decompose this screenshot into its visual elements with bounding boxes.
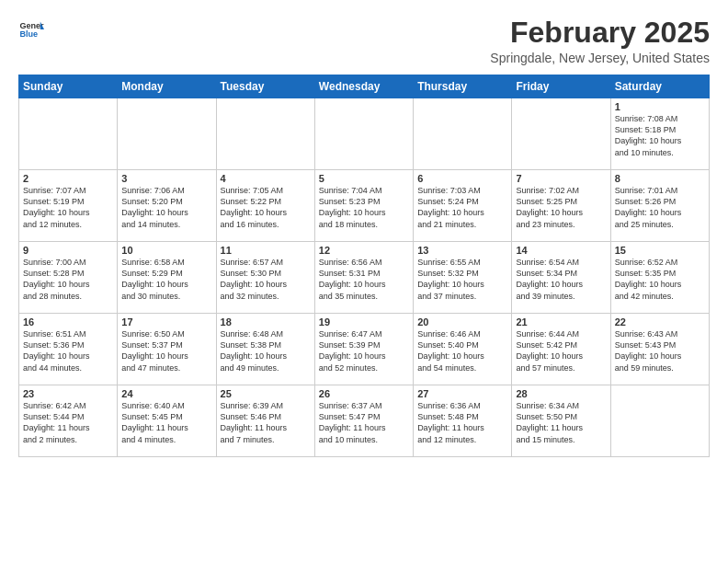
day-number: 10 — [121, 245, 211, 256]
cell-info: Sunrise: 7:01 AM Sunset: 5:26 PM Dayligh… — [615, 185, 705, 230]
cell-info: Sunrise: 6:43 AM Sunset: 5:43 PM Dayligh… — [615, 328, 705, 373]
cell-w3-d0: 16Sunrise: 6:51 AM Sunset: 5:36 PM Dayli… — [19, 314, 118, 385]
col-sunday: Sunday — [19, 75, 118, 98]
cell-info: Sunrise: 6:52 AM Sunset: 5:35 PM Dayligh… — [615, 257, 705, 302]
col-friday: Friday — [512, 75, 610, 98]
cell-info: Sunrise: 6:34 AM Sunset: 5:50 PM Dayligh… — [516, 400, 606, 445]
cell-info: Sunrise: 7:05 AM Sunset: 5:22 PM Dayligh… — [221, 185, 311, 230]
cell-w1-d2: 4Sunrise: 7:05 AM Sunset: 5:22 PM Daylig… — [216, 170, 314, 242]
cell-info: Sunrise: 6:47 AM Sunset: 5:39 PM Dayligh… — [319, 328, 409, 373]
cell-info: Sunrise: 6:36 AM Sunset: 5:48 PM Dayligh… — [417, 400, 507, 445]
cell-info: Sunrise: 7:07 AM Sunset: 5:19 PM Dayligh… — [23, 185, 113, 230]
cell-info: Sunrise: 6:51 AM Sunset: 5:36 PM Dayligh… — [23, 328, 113, 373]
cell-w2-d1: 10Sunrise: 6:58 AM Sunset: 5:29 PM Dayli… — [118, 242, 216, 314]
cell-w2-d6: 15Sunrise: 6:52 AM Sunset: 5:35 PM Dayli… — [610, 242, 709, 314]
cell-w3-d4: 20Sunrise: 6:46 AM Sunset: 5:40 PM Dayli… — [414, 314, 512, 385]
logo-icon: General Blue — [18, 17, 44, 42]
day-number: 9 — [23, 245, 113, 256]
cell-w0-d6: 1Sunrise: 7:08 AM Sunset: 5:18 PM Daylig… — [610, 98, 709, 170]
day-number: 7 — [516, 173, 606, 184]
day-number: 21 — [516, 316, 606, 327]
day-number: 24 — [121, 388, 211, 399]
month-title: February 2025 — [490, 17, 710, 49]
col-thursday: Thursday — [414, 75, 512, 98]
cell-w4-d3: 26Sunrise: 6:37 AM Sunset: 5:47 PM Dayli… — [314, 385, 413, 457]
cell-w1-d6: 8Sunrise: 7:01 AM Sunset: 5:26 PM Daylig… — [610, 170, 709, 242]
cell-info: Sunrise: 6:55 AM Sunset: 5:32 PM Dayligh… — [417, 257, 507, 302]
day-number: 1 — [615, 101, 705, 112]
header-area: General Blue February 2025 Springdale, N… — [18, 17, 710, 65]
cell-info: Sunrise: 6:46 AM Sunset: 5:40 PM Dayligh… — [417, 328, 507, 373]
week-row-1: 2Sunrise: 7:07 AM Sunset: 5:19 PM Daylig… — [19, 170, 710, 242]
cell-w1-d1: 3Sunrise: 7:06 AM Sunset: 5:20 PM Daylig… — [118, 170, 216, 242]
day-number: 14 — [516, 245, 606, 256]
cell-info: Sunrise: 6:44 AM Sunset: 5:42 PM Dayligh… — [516, 328, 606, 373]
day-number: 8 — [615, 173, 705, 184]
cell-w0-d3 — [314, 98, 413, 170]
cell-info: Sunrise: 6:39 AM Sunset: 5:46 PM Dayligh… — [221, 400, 311, 445]
cell-w4-d5: 28Sunrise: 6:34 AM Sunset: 5:50 PM Dayli… — [512, 385, 610, 457]
cell-w2-d0: 9Sunrise: 7:00 AM Sunset: 5:28 PM Daylig… — [19, 242, 118, 314]
cell-info: Sunrise: 6:54 AM Sunset: 5:34 PM Dayligh… — [516, 257, 606, 302]
day-number: 28 — [516, 388, 606, 399]
cell-w0-d4 — [414, 98, 512, 170]
week-row-0: 1Sunrise: 7:08 AM Sunset: 5:18 PM Daylig… — [19, 98, 710, 170]
cell-info: Sunrise: 7:02 AM Sunset: 5:25 PM Dayligh… — [516, 185, 606, 230]
cell-w0-d2 — [216, 98, 314, 170]
cell-w3-d6: 22Sunrise: 6:43 AM Sunset: 5:43 PM Dayli… — [610, 314, 709, 385]
cell-w4-d6 — [610, 385, 709, 457]
cell-info: Sunrise: 7:03 AM Sunset: 5:24 PM Dayligh… — [417, 185, 507, 230]
cell-w1-d4: 6Sunrise: 7:03 AM Sunset: 5:24 PM Daylig… — [414, 170, 512, 242]
cell-w1-d0: 2Sunrise: 7:07 AM Sunset: 5:19 PM Daylig… — [19, 170, 118, 242]
cell-info: Sunrise: 6:57 AM Sunset: 5:30 PM Dayligh… — [221, 257, 311, 302]
cell-w0-d5 — [512, 98, 610, 170]
cell-w3-d1: 17Sunrise: 6:50 AM Sunset: 5:37 PM Dayli… — [118, 314, 216, 385]
cell-info: Sunrise: 6:50 AM Sunset: 5:37 PM Dayligh… — [121, 328, 211, 373]
cell-info: Sunrise: 7:08 AM Sunset: 5:18 PM Dayligh… — [615, 113, 705, 158]
cell-w2-d5: 14Sunrise: 6:54 AM Sunset: 5:34 PM Dayli… — [512, 242, 610, 314]
logo: General Blue — [18, 17, 44, 42]
day-number: 13 — [417, 245, 507, 256]
day-number: 3 — [121, 173, 211, 184]
day-number: 26 — [319, 388, 409, 399]
day-number: 11 — [221, 245, 311, 256]
week-row-3: 16Sunrise: 6:51 AM Sunset: 5:36 PM Dayli… — [19, 314, 710, 385]
cell-w1-d5: 7Sunrise: 7:02 AM Sunset: 5:25 PM Daylig… — [512, 170, 610, 242]
day-number: 15 — [615, 245, 705, 256]
title-area: February 2025 Springdale, New Jersey, Un… — [490, 17, 710, 65]
col-saturday: Saturday — [610, 75, 709, 98]
cell-info: Sunrise: 7:00 AM Sunset: 5:28 PM Dayligh… — [23, 257, 113, 302]
cell-w0-d0 — [19, 98, 118, 170]
day-number: 27 — [417, 388, 507, 399]
location-title: Springdale, New Jersey, United States — [490, 51, 710, 65]
cell-w4-d1: 24Sunrise: 6:40 AM Sunset: 5:45 PM Dayli… — [118, 385, 216, 457]
cell-w2-d4: 13Sunrise: 6:55 AM Sunset: 5:32 PM Dayli… — [414, 242, 512, 314]
week-row-4: 23Sunrise: 6:42 AM Sunset: 5:44 PM Dayli… — [19, 385, 710, 457]
day-number: 4 — [221, 173, 311, 184]
day-number: 18 — [221, 316, 311, 327]
col-monday: Monday — [118, 75, 216, 98]
day-number: 20 — [417, 316, 507, 327]
week-row-2: 9Sunrise: 7:00 AM Sunset: 5:28 PM Daylig… — [19, 242, 710, 314]
day-number: 6 — [417, 173, 507, 184]
cell-info: Sunrise: 6:58 AM Sunset: 5:29 PM Dayligh… — [121, 257, 211, 302]
cell-w4-d0: 23Sunrise: 6:42 AM Sunset: 5:44 PM Dayli… — [19, 385, 118, 457]
day-number: 23 — [23, 388, 113, 399]
cell-info: Sunrise: 6:48 AM Sunset: 5:38 PM Dayligh… — [221, 328, 311, 373]
cell-info: Sunrise: 6:42 AM Sunset: 5:44 PM Dayligh… — [23, 400, 113, 445]
cell-info: Sunrise: 7:04 AM Sunset: 5:23 PM Dayligh… — [319, 185, 409, 230]
col-wednesday: Wednesday — [314, 75, 413, 98]
col-tuesday: Tuesday — [216, 75, 314, 98]
cell-info: Sunrise: 6:37 AM Sunset: 5:47 PM Dayligh… — [319, 400, 409, 445]
cell-w1-d3: 5Sunrise: 7:04 AM Sunset: 5:23 PM Daylig… — [314, 170, 413, 242]
cell-info: Sunrise: 6:40 AM Sunset: 5:45 PM Dayligh… — [121, 400, 211, 445]
svg-text:Blue: Blue — [19, 29, 38, 39]
cell-info: Sunrise: 6:56 AM Sunset: 5:31 PM Dayligh… — [319, 257, 409, 302]
cell-w2-d3: 12Sunrise: 6:56 AM Sunset: 5:31 PM Dayli… — [314, 242, 413, 314]
day-number: 25 — [221, 388, 311, 399]
calendar-header-row: Sunday Monday Tuesday Wednesday Thursday… — [19, 75, 710, 98]
day-number: 22 — [615, 316, 705, 327]
day-number: 16 — [23, 316, 113, 327]
cell-w0-d1 — [118, 98, 216, 170]
day-number: 17 — [121, 316, 211, 327]
